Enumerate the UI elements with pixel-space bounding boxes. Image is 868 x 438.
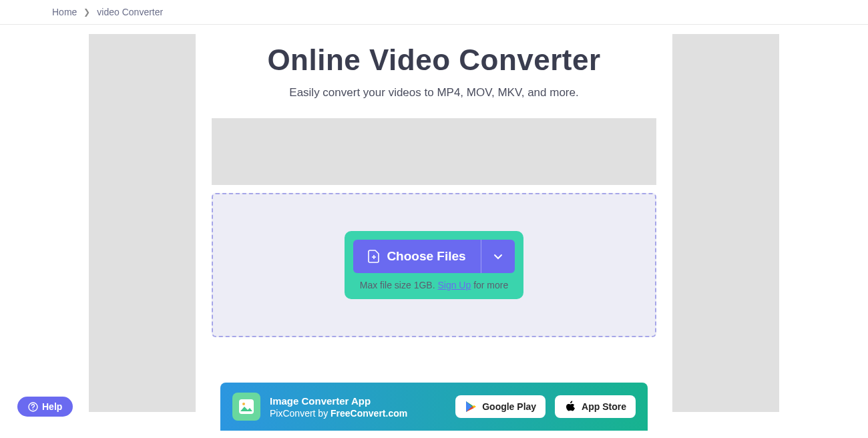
choose-files-label: Choose Files xyxy=(387,249,465,264)
drop-zone[interactable]: Choose Files Max file size 1GB. Sign Up … xyxy=(212,193,656,337)
app-store-button[interactable]: App Store xyxy=(555,395,636,418)
upload-widget: Choose Files Max file size 1GB. Sign Up … xyxy=(345,231,523,299)
choose-files-button[interactable]: Choose Files xyxy=(353,240,480,273)
signup-link[interactable]: Sign Up xyxy=(437,280,471,290)
file-add-icon xyxy=(368,250,380,263)
google-play-button[interactable]: Google Play xyxy=(455,395,546,418)
app-promo-banner: Image Converter App PixConvert by FreeCo… xyxy=(220,383,648,431)
upload-limit-suffix: for more xyxy=(471,280,508,290)
svg-point-3 xyxy=(33,409,34,410)
promo-subtitle: PixConvert by FreeConvert.com xyxy=(270,408,446,419)
main-content: Online Video Converter Easily convert yo… xyxy=(212,34,656,431)
svg-rect-0 xyxy=(239,399,254,414)
google-play-label: Google Play xyxy=(482,401,536,412)
upload-limit-prefix: Max file size 1GB. xyxy=(360,280,438,290)
breadcrumb-home-link[interactable]: Home xyxy=(52,7,77,17)
promo-app-icon xyxy=(232,393,260,421)
ad-banner-placeholder xyxy=(212,118,656,185)
choose-source-dropdown[interactable] xyxy=(481,240,515,273)
ad-right-placeholder xyxy=(672,34,779,412)
promo-text: Image Converter App PixConvert by FreeCo… xyxy=(270,395,446,419)
breadcrumb: Home ❯ video Converter xyxy=(0,0,868,25)
app-store-label: App Store xyxy=(582,401,626,412)
promo-title: Image Converter App xyxy=(270,395,446,407)
page-title: Online Video Converter xyxy=(212,43,656,77)
google-play-icon xyxy=(465,401,477,413)
upload-limit-text: Max file size 1GB. Sign Up for more xyxy=(360,280,509,290)
svg-point-1 xyxy=(242,403,245,405)
help-label: Help xyxy=(42,401,62,412)
breadcrumb-current: video Converter xyxy=(97,7,163,17)
apple-icon xyxy=(564,401,576,413)
chevron-down-icon xyxy=(493,252,503,261)
help-icon xyxy=(28,402,38,412)
chevron-right-icon: ❯ xyxy=(83,7,90,17)
ad-left-placeholder xyxy=(89,34,196,412)
page-subtitle: Easily convert your videos to MP4, MOV, … xyxy=(212,86,656,99)
help-button[interactable]: Help xyxy=(17,397,73,417)
